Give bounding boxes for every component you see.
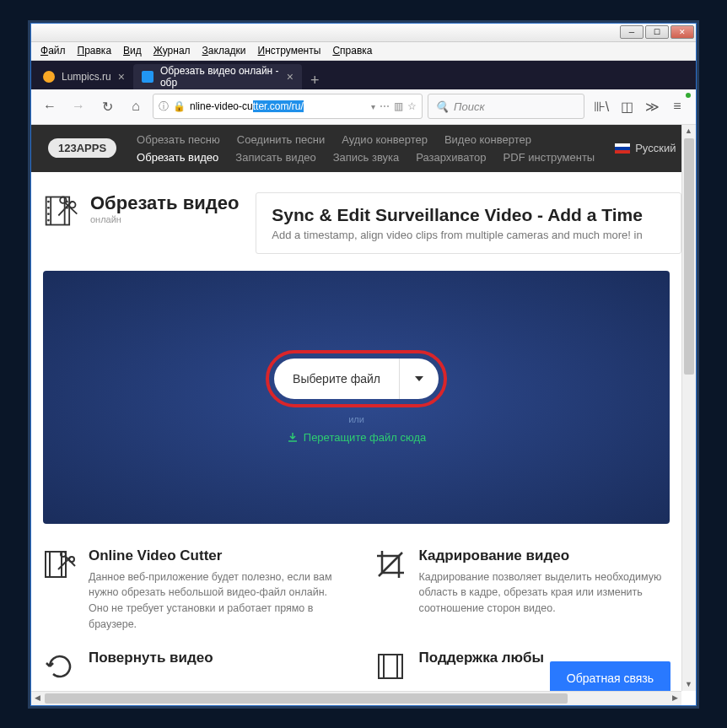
header-row: Обрезать видео онлайн Sync & Edit Survei… bbox=[31, 172, 681, 271]
dropdown-icon[interactable]: ▾ bbox=[371, 102, 375, 111]
feature-title: Кадрирование видео bbox=[419, 547, 670, 564]
nav-unarchive[interactable]: Разархиватор bbox=[416, 151, 486, 164]
bookmark-icon[interactable]: ☆ bbox=[407, 100, 417, 112]
flag-icon bbox=[615, 143, 630, 154]
ad-banner[interactable]: Sync & Edit Surveillance Video - Add a T… bbox=[256, 192, 681, 254]
caret-down-icon bbox=[415, 376, 423, 381]
minimize-button[interactable]: ─ bbox=[620, 25, 644, 39]
info-icon[interactable]: ⓘ bbox=[159, 100, 169, 114]
site-navbar: 123APPS Обрезать песню Соединить песни А… bbox=[31, 125, 681, 172]
url-text: nline-video-cutter.com/ru/ bbox=[190, 100, 367, 112]
page-actions-icon[interactable]: ⋯ bbox=[380, 100, 390, 112]
lock-icon: 🔒 bbox=[173, 100, 186, 112]
reader-icon[interactable]: ▥ bbox=[394, 100, 403, 112]
scroll-up-icon[interactable]: ▲ bbox=[682, 125, 695, 138]
forward-button[interactable]: → bbox=[67, 94, 90, 118]
or-text: или bbox=[348, 414, 364, 424]
feedback-button[interactable]: Обратная связь bbox=[550, 661, 670, 695]
page-title: Обрезать видео bbox=[90, 192, 239, 214]
svg-point-6 bbox=[47, 218, 50, 221]
url-bar[interactable]: ⓘ 🔒 nline-video-cutter.com/ru/ ▾ ⋯ ▥ ☆ bbox=[153, 94, 423, 119]
crop-icon bbox=[374, 547, 407, 581]
rotate-icon bbox=[43, 650, 77, 683]
titlebar: ─ ☐ ✕ bbox=[31, 24, 696, 42]
nav-video-conv[interactable]: Видео конвертер bbox=[444, 133, 531, 146]
nav-cut-song[interactable]: Обрезать песню bbox=[137, 133, 220, 146]
feature-title: Повернуть видео bbox=[89, 650, 213, 666]
tab-icon bbox=[43, 71, 55, 83]
download-icon bbox=[287, 432, 299, 444]
library-icon[interactable]: ⊪\ bbox=[590, 94, 613, 118]
menu-file[interactable]: Файл bbox=[36, 43, 70, 58]
film-cut-icon bbox=[43, 192, 80, 229]
drag-hint[interactable]: Перетащите файл сюда bbox=[287, 431, 426, 444]
tab-close-icon[interactable]: × bbox=[287, 70, 293, 84]
nav-pdf[interactable]: PDF инструменты bbox=[504, 151, 595, 164]
search-placeholder: Поиск bbox=[454, 100, 485, 113]
page-title-block: Обрезать видео онлайн bbox=[43, 192, 239, 254]
reload-button[interactable]: ↻ bbox=[95, 94, 119, 118]
menu-view[interactable]: Вид bbox=[119, 43, 146, 58]
choose-file-label[interactable]: Выберите файл bbox=[274, 372, 399, 386]
overflow-icon[interactable]: ≫ bbox=[640, 94, 664, 118]
ad-title: Sync & Edit Surveillance Video - Add a T… bbox=[272, 205, 665, 225]
tab-video-cutter[interactable]: Обрезать видео онлайн - обр × bbox=[133, 64, 302, 89]
back-button[interactable]: ← bbox=[38, 94, 62, 118]
menu-icon[interactable]: ≡ bbox=[665, 94, 689, 118]
choose-file-dropdown[interactable] bbox=[399, 359, 439, 399]
horizontal-scrollbar[interactable]: ◀ ▶ bbox=[31, 691, 681, 705]
maximize-button[interactable]: ☐ bbox=[645, 25, 669, 39]
tab-icon bbox=[142, 71, 153, 83]
ad-text: Add a timestamp, align video clips from … bbox=[272, 229, 665, 241]
svg-point-4 bbox=[47, 206, 50, 208]
menu-tools[interactable]: Инструменты bbox=[254, 43, 326, 58]
scroll-thumb[interactable] bbox=[684, 138, 694, 375]
nav-join-songs[interactable]: Соединить песни bbox=[237, 133, 325, 146]
svg-point-3 bbox=[47, 200, 50, 202]
nav-cut-video[interactable]: Обрезать видео bbox=[137, 151, 218, 164]
tab-lumpics[interactable]: Lumpics.ru × bbox=[35, 64, 133, 89]
scroll-left-icon[interactable]: ◀ bbox=[31, 692, 44, 704]
feature-title: Поддержка любы bbox=[419, 650, 544, 666]
tab-label: Обрезать видео онлайн - обр bbox=[160, 65, 280, 89]
scroll-right-icon[interactable]: ▶ bbox=[669, 692, 681, 704]
nav-record-video[interactable]: Записать видео bbox=[235, 151, 315, 164]
search-icon: 🔍 bbox=[435, 100, 449, 113]
svg-rect-21 bbox=[379, 655, 402, 678]
nav-audio-conv[interactable]: Аудио конвертер bbox=[342, 133, 428, 146]
feature-desc: Данное веб-приложение будет полезно, есл… bbox=[89, 569, 340, 633]
site-logo[interactable]: 123APPS bbox=[48, 138, 116, 158]
sidebar-icon[interactable]: ◫ bbox=[615, 94, 638, 118]
menu-history[interactable]: Журнал bbox=[149, 43, 195, 58]
page-subtitle: онлайн bbox=[90, 214, 239, 224]
choose-file-button[interactable]: Выберите файл bbox=[274, 359, 439, 399]
file-button-highlight: Выберите файл bbox=[266, 350, 447, 407]
feature-cutter: Online Video Cutter Данное веб-приложени… bbox=[43, 547, 340, 633]
feature-crop: Кадрирование видео Кадрирование позволяе… bbox=[374, 547, 670, 633]
film-icon bbox=[374, 650, 407, 683]
svg-line-19 bbox=[58, 558, 70, 569]
scroll-down-icon[interactable]: ▼ bbox=[682, 678, 695, 691]
feature-desc: Кадрирование позволяет выделить необходи… bbox=[419, 569, 670, 617]
tab-label: Lumpics.ru bbox=[62, 71, 111, 83]
close-button[interactable]: ✕ bbox=[670, 25, 694, 39]
search-bar[interactable]: 🔍 Поиск bbox=[428, 94, 584, 119]
tab-close-icon[interactable]: × bbox=[118, 70, 125, 84]
home-button[interactable]: ⌂ bbox=[124, 94, 148, 118]
language-selector[interactable]: Русский bbox=[615, 142, 676, 154]
tabbar: Lumpics.ru × Обрезать видео онлайн - обр… bbox=[31, 61, 696, 89]
scroll-thumb[interactable] bbox=[45, 693, 568, 704]
feature-rotate: Повернуть видео bbox=[43, 650, 340, 683]
vertical-scrollbar[interactable]: ▲ ▼ bbox=[681, 125, 696, 691]
upload-area[interactable]: Выберите файл или Перетащите файл сюда bbox=[43, 271, 670, 524]
menu-edit[interactable]: Правка bbox=[73, 43, 116, 58]
feature-title: Online Video Cutter bbox=[89, 547, 340, 564]
new-tab-button[interactable]: + bbox=[302, 72, 328, 89]
film-scissors-icon bbox=[43, 547, 77, 581]
window-frame: ─ ☐ ✕ Файл Правка Вид Журнал Закладки Ин… bbox=[30, 23, 697, 706]
menu-help[interactable]: Справка bbox=[328, 43, 376, 58]
menubar: Файл Правка Вид Журнал Закладки Инструме… bbox=[31, 42, 696, 61]
menu-bookmarks[interactable]: Закладки bbox=[198, 43, 250, 58]
svg-point-5 bbox=[47, 213, 50, 215]
nav-record-audio[interactable]: Запись звука bbox=[333, 151, 400, 164]
